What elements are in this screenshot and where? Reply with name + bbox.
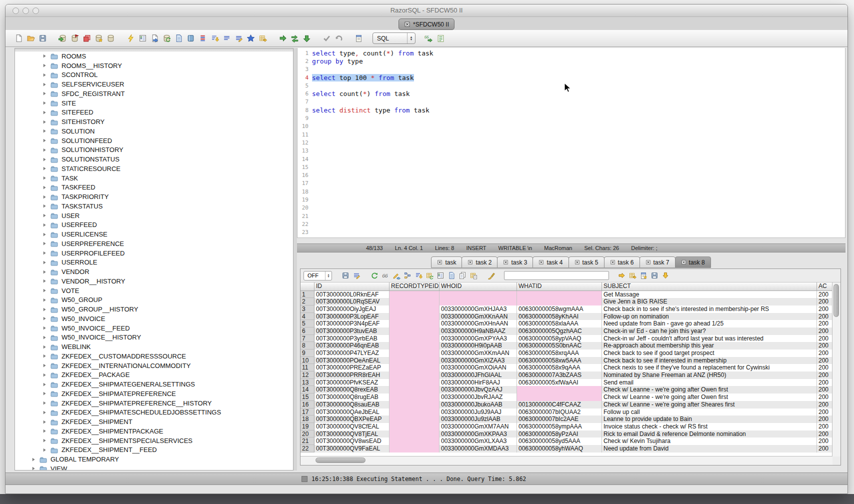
cell-whoid[interactable]: 0033000000HirF8AAJ [440, 379, 517, 386]
editor-line-7[interactable]: 7 [298, 98, 845, 106]
cell-id[interactable]: 00T3000000Q8rexEAB [314, 386, 390, 394]
disclosure-triangle-icon[interactable] [42, 419, 48, 425]
cell-whoid[interactable]: 0033000000GmXMDAA3 [440, 445, 517, 452]
cell-whoid[interactable]: 0033000000JbvQzAAJ [440, 386, 517, 394]
table-row[interactable]: 200T3000000L0RqSEAVGive Jenn a BIG RAISE… [300, 298, 832, 306]
tree-item-task[interactable]: TASK [15, 174, 293, 183]
cell-whatid[interactable]: 006300000058yKhAAI [517, 313, 602, 320]
brush-icon[interactable] [486, 270, 497, 280]
disclosure-triangle-icon[interactable] [42, 250, 48, 256]
cell-whoid[interactable]: 0033000000GmXIZAA3 [440, 357, 517, 364]
tree-item-zkfedex-shipmentspecialservices[interactable]: ZKFEDEX__SHIPMENTSPECIALSERVICES [15, 436, 293, 446]
tree-item-w50-invoice-history[interactable]: W50_INVOICE__HISTORY [15, 333, 293, 342]
cell-id[interactable]: 00T3000000P3N4pEAF [314, 320, 390, 328]
close-tab-icon[interactable] [681, 260, 686, 265]
cell-id[interactable]: 00T3000000QBXPeEAP [314, 416, 390, 423]
cell-id[interactable]: 00T3000000QV8CfEAL [314, 423, 390, 430]
run-down-icon[interactable] [300, 33, 312, 44]
editor-line-18[interactable]: 18 [298, 188, 845, 196]
column-header-RECORDTYPEID[interactable]: RECORDTYPEID [390, 282, 440, 290]
cell-rownum[interactable]: 17 [300, 408, 314, 416]
schema-tree-panel[interactable]: ROOMSROOMS__HISTORYSCONTROLSELFSERVICEUS… [14, 48, 294, 470]
disclosure-triangle-icon[interactable] [42, 53, 48, 59]
results-grid[interactable]: IDRECORDTYPEIDWHOIDWHATIDSUBJECTAC 100T3… [300, 282, 832, 456]
table-row[interactable]: 1900T3000000QV8CfEAL0033000000GmXM7AAN00… [300, 423, 832, 430]
copy-red-icon[interactable] [80, 33, 92, 44]
disclosure-triangle-icon[interactable] [42, 62, 48, 68]
close-tab-icon[interactable] [646, 260, 651, 265]
cell-recordtypeid[interactable] [390, 320, 440, 328]
cell-rownum[interactable]: 10 [300, 357, 314, 364]
cell-whoid[interactable]: 0033000000GmXKnAAN [440, 313, 517, 320]
disclosure-triangle-icon[interactable] [42, 334, 48, 340]
disclosure-triangle-icon[interactable] [42, 400, 48, 406]
cell-rownum[interactable]: 16 [300, 401, 314, 408]
run-all-icon[interactable] [288, 33, 300, 44]
cell-subject[interactable]: Check back to see if good target prospec… [602, 350, 817, 357]
cell-whatid[interactable] [517, 291, 602, 298]
disclosure-triangle-icon[interactable] [42, 156, 48, 162]
close-tab-icon[interactable] [503, 260, 508, 265]
close-tab-icon[interactable] [404, 21, 410, 28]
cell-whoid[interactable]: 0033000000H9aNBAAZ [440, 328, 517, 335]
new-file-icon[interactable] [12, 33, 24, 44]
tree-item-zkfedex-shipmatescheduledjobssettings[interactable]: ZKFEDEX__SHIPMATESCHEDULEDJOBSSETTINGS [15, 408, 293, 418]
tree-item-sitefeed[interactable]: SITEFEED [15, 108, 293, 118]
align-lines-icon[interactable] [220, 33, 232, 44]
column-header-SUBJECT[interactable]: SUBJECT [602, 282, 817, 290]
editor-line-10[interactable]: 10 [298, 122, 845, 130]
disclosure-triangle-icon[interactable] [42, 212, 48, 218]
cell-ac[interactable]: 200 [817, 320, 832, 328]
tree-item-vote[interactable]: VOTE [15, 286, 293, 296]
tree-item-w50-group-history[interactable]: W50_GROUP__HISTORY [15, 304, 293, 314]
lightning-icon[interactable] [124, 33, 136, 44]
cell-recordtypeid[interactable] [390, 328, 440, 335]
cell-whatid[interactable]: 00630000007A3bZAAS [517, 372, 602, 379]
cell-whatid[interactable]: 006300000058xrqAAA [517, 350, 602, 357]
cell-recordtypeid[interactable] [390, 379, 440, 386]
disclosure-triangle-icon[interactable] [42, 447, 48, 453]
disclosure-triangle-icon[interactable] [42, 203, 48, 209]
cell-ac[interactable]: 200 [817, 342, 832, 350]
tree-item-vendor-history[interactable]: VENDOR__HISTORY [15, 276, 293, 286]
cell-ac[interactable]: 200 [817, 430, 832, 438]
cell-subject[interactable]: Check-in w/ Jeff - couldn't afford last … [602, 335, 817, 342]
cell-whoid[interactable]: 0033000000H9i0pAAB [440, 342, 517, 350]
cell-whatid[interactable]: 006300000058ympAAA [517, 423, 602, 430]
tree-item-zkfedex-shipment[interactable]: ZKFEDEX__SHIPMENT [15, 417, 293, 426]
cell-id[interactable]: 00T3000000OiyJgEAJ [314, 306, 390, 313]
cell-whatid[interactable]: 00630000005QgzhAAC [517, 328, 602, 335]
cell-whatid[interactable]: 006300000058xw5AAA [517, 357, 602, 364]
down-yellow-icon[interactable] [660, 270, 671, 280]
editor-line-22[interactable]: 22 [298, 220, 845, 228]
grid-horizontal-scrollbar[interactable] [300, 456, 832, 465]
cell-whoid[interactable] [440, 298, 517, 306]
cell-subject[interactable]: Check w/ Leanne - we're going after Owen… [602, 386, 817, 394]
cell-whatid[interactable]: 006300000058yd5AAA [517, 438, 602, 445]
cell-recordtypeid[interactable] [390, 408, 440, 416]
cell-rownum[interactable]: 2 [300, 298, 314, 306]
tree-item-zkfedex-shipment-feed[interactable]: ZKFEDEX__SHIPMENT__FEED [15, 446, 293, 455]
close-tab-icon[interactable] [610, 260, 616, 265]
disclosure-triangle-icon[interactable] [42, 175, 48, 181]
table-row[interactable]: 1300T3000000PfvKSEAZ0033000000HirF8AAJ00… [300, 379, 832, 386]
disclosure-triangle-icon[interactable] [30, 456, 36, 462]
tree-item-sfdc-registrant[interactable]: SFDC_REGISTRANT [15, 89, 293, 98]
cell-id[interactable]: 00T3000000P3LopEAF [314, 313, 390, 320]
disclosure-triangle-icon[interactable] [42, 410, 48, 416]
sort-arrow-icon[interactable] [208, 33, 220, 44]
table-row[interactable]: 2200T3000000QV9FaEAL0033000000GmXMDAA300… [300, 445, 832, 452]
tree-item-userlicense[interactable]: USERLICENSE [15, 230, 293, 239]
tree-item-global-temporary[interactable]: GLOBAL TEMPORARY [15, 454, 293, 464]
commit-icon[interactable] [320, 33, 332, 44]
cell-whatid[interactable] [517, 394, 602, 401]
table-row[interactable]: 300T3000000OiyJgEAJ0033000000GmXHJAA3006… [300, 306, 832, 313]
cell-recordtypeid[interactable] [390, 386, 440, 394]
db-refresh-icon[interactable] [160, 33, 172, 44]
cell-ac[interactable]: 200 [817, 423, 832, 430]
editor-line-20[interactable]: 20 [298, 204, 845, 212]
cell-ac[interactable]: 200 [817, 445, 832, 452]
tree-item-zkfedex-customaddresssource[interactable]: ZKFEDEX__CUSTOMADDRESSSOURCE [15, 352, 293, 361]
mode-select-stepper[interactable]: ▲▼ [407, 33, 415, 44]
cell-subject[interactable]: Follow up call [602, 408, 817, 416]
